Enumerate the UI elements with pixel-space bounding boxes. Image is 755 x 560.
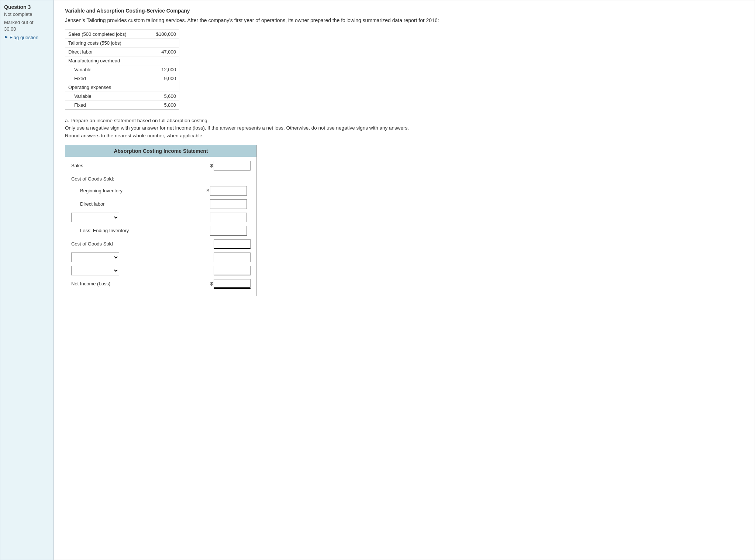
ending-inventory-label: Less: Ending Inventory xyxy=(71,228,199,233)
table-cell-amount: 5,600 xyxy=(146,92,179,101)
direct-labor-input[interactable] xyxy=(210,199,247,209)
cogs-total-input-wrapper xyxy=(210,239,251,249)
table-cell-label: Fixed xyxy=(65,74,146,83)
table-cell-label: Manufacturing overhead xyxy=(65,56,146,65)
sales-input[interactable] xyxy=(214,161,251,171)
net-income-input-wrapper: $ xyxy=(210,279,251,289)
flag-icon: ⚑ xyxy=(4,35,8,40)
dropdown1-row: Variable Overhead Fixed Overhead Manufac… xyxy=(71,212,251,223)
instruction-line-3: Round answers to the nearest whole numbe… xyxy=(65,132,744,140)
question-title: Question 3 xyxy=(4,4,49,10)
table-row: Tailoring costs (550 jobs) xyxy=(65,39,179,48)
ending-inventory-input[interactable] xyxy=(210,226,247,236)
beginning-inventory-row: Beginning Inventory $ xyxy=(71,186,251,196)
table-row: Variable 5,600 xyxy=(65,92,179,101)
income-statement-body: Sales $ Cost of Goods Sold: Beginning In… xyxy=(65,157,256,296)
net-income-dollar: $ xyxy=(210,281,213,286)
flag-question-button[interactable]: ⚑ Flag question xyxy=(4,35,49,40)
dropdown2-input-wrapper xyxy=(210,252,251,262)
dropdown3-input-wrapper xyxy=(210,266,251,275)
sidebar: Question 3 Not complete Marked out of 30… xyxy=(0,0,54,560)
table-cell-amount: 9,000 xyxy=(146,74,179,83)
dropdown3-select[interactable]: Gross Profit Operating Expenses Variable… xyxy=(71,266,119,275)
table-row: Manufacturing overhead xyxy=(65,56,179,65)
net-income-input[interactable] xyxy=(214,279,251,289)
cogs-total-label: Cost of Goods Sold xyxy=(71,241,210,247)
net-income-label: Net Income (Loss) xyxy=(71,281,210,286)
table-cell-label: Tailoring costs (550 jobs) xyxy=(65,39,146,48)
cogs-total-row: Cost of Goods Sold xyxy=(71,239,251,249)
sales-row: Sales $ xyxy=(71,161,251,171)
instruction-line-1: a. Prepare an income statement based on … xyxy=(65,117,744,124)
dropdown3-row: Gross Profit Operating Expenses Variable… xyxy=(71,265,251,276)
main-content: Variable and Absorption Costing-Service … xyxy=(54,0,755,560)
dropdown2-row: Gross Profit Operating Expenses Variable… xyxy=(71,252,251,262)
dropdown1-input-wrapper xyxy=(199,213,247,222)
sales-dollar-sign: $ xyxy=(210,163,213,168)
table-cell-label: Operating expenses xyxy=(65,83,146,92)
table-cell-amount xyxy=(146,39,179,48)
table-row: Variable 12,000 xyxy=(65,65,179,74)
not-complete-status: Not complete xyxy=(4,11,49,17)
table-row: Direct labor 47,000 xyxy=(65,48,179,56)
table-cell-label: Variable xyxy=(65,92,146,101)
dropdown2-input[interactable] xyxy=(214,252,251,262)
income-statement-container: Absorption Costing Income Statement Sale… xyxy=(65,145,257,296)
data-table: Sales (500 completed jobs) $100,000 Tail… xyxy=(65,30,179,110)
dropdown1-input[interactable] xyxy=(210,213,247,222)
direct-labor-row: Direct labor xyxy=(71,199,251,209)
table-cell-label: Sales (500 completed jobs) xyxy=(65,30,146,39)
instruction-line-2: Only use a negative sign with your answe… xyxy=(65,124,744,132)
beginning-inventory-input-wrapper: $ xyxy=(199,186,247,196)
dropdown2-select[interactable]: Gross Profit Operating Expenses Variable… xyxy=(71,252,119,262)
cogs-total-input[interactable] xyxy=(214,239,251,249)
table-cell-label: Fixed xyxy=(65,101,146,110)
dropdown1-label: Variable Overhead Fixed Overhead Manufac… xyxy=(71,213,199,222)
ending-inventory-input-wrapper xyxy=(199,226,247,236)
table-cell-amount: 12,000 xyxy=(146,65,179,74)
sales-label: Sales xyxy=(71,163,210,168)
cogs-header-label: Cost of Goods Sold: xyxy=(71,176,251,182)
marked-out-label: Marked out of 30.00 xyxy=(4,19,49,32)
dropdown1-select[interactable]: Variable Overhead Fixed Overhead Manufac… xyxy=(71,213,119,222)
table-cell-amount: 47,000 xyxy=(146,48,179,56)
table-cell-label: Variable xyxy=(65,65,146,74)
cogs-header-row: Cost of Goods Sold: xyxy=(71,174,251,184)
table-row: Operating expenses xyxy=(65,83,179,92)
beginning-inventory-label: Beginning Inventory xyxy=(71,188,199,193)
table-row: Fixed 5,800 xyxy=(65,101,179,110)
income-statement-title: Absorption Costing Income Statement xyxy=(65,145,256,157)
table-cell-amount xyxy=(146,83,179,92)
ending-inventory-row: Less: Ending Inventory xyxy=(71,226,251,236)
table-row: Sales (500 completed jobs) $100,000 xyxy=(65,30,179,39)
beginning-inventory-input[interactable] xyxy=(210,186,247,196)
table-cell-amount xyxy=(146,56,179,65)
table-cell-amount: $100,000 xyxy=(146,30,179,39)
beginning-inventory-dollar: $ xyxy=(207,188,209,193)
instructions: a. Prepare an income statement based on … xyxy=(65,117,744,140)
dropdown3-input[interactable] xyxy=(214,266,251,275)
net-income-row: Net Income (Loss) $ xyxy=(71,279,251,289)
question-description: Jensen's Tailoring provides custom tailo… xyxy=(65,17,744,24)
dropdown2-label: Gross Profit Operating Expenses Variable… xyxy=(71,252,210,262)
direct-labor-input-wrapper xyxy=(199,199,247,209)
direct-labor-label: Direct labor xyxy=(71,201,199,207)
sales-input-wrapper: $ xyxy=(210,161,251,171)
question-heading: Variable and Absorption Costing-Service … xyxy=(65,8,744,14)
table-row: Fixed 9,000 xyxy=(65,74,179,83)
dropdown3-label: Gross Profit Operating Expenses Variable… xyxy=(71,266,210,275)
table-cell-amount: 5,800 xyxy=(146,101,179,110)
table-cell-label: Direct labor xyxy=(65,48,146,56)
